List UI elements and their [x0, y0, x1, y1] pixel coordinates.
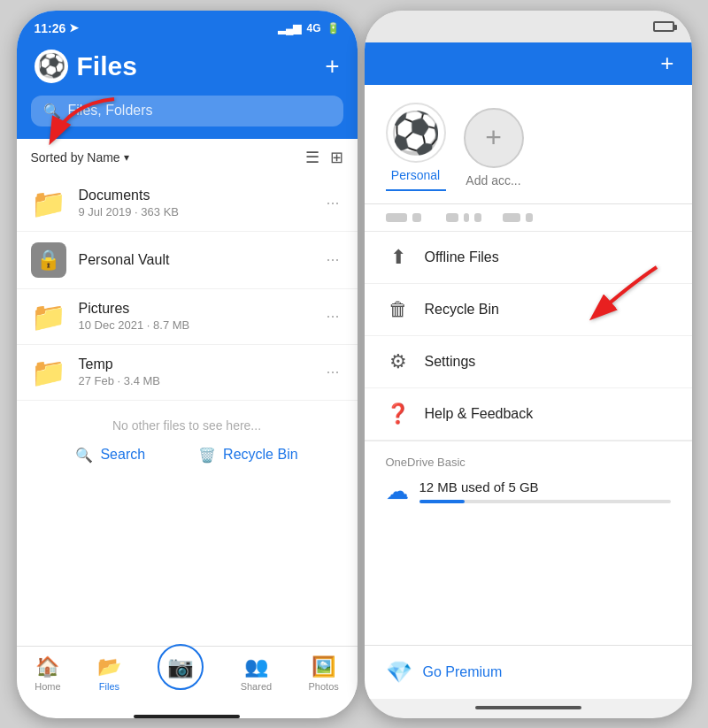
battery-indicator [653, 21, 674, 32]
active-indicator [386, 189, 446, 191]
file-info: Documents 9 Jul 2019 · 363 KB [79, 188, 311, 218]
shared-icon: 👥 [244, 655, 268, 678]
add-account-button[interactable]: + Add acc... [464, 108, 524, 188]
nav-shared-label: Shared [241, 681, 272, 692]
storage-usage-text: 12 MB used of 5 GB [419, 479, 671, 494]
header-left: ⚽ Files + [17, 41, 358, 96]
recycle-bin-menu-item[interactable]: 🗑 Recycle Bin [365, 284, 692, 336]
file-meta: 10 Dec 2021 · 8.7 MB [79, 318, 311, 332]
redacted-block [526, 213, 533, 222]
file-name: Personal Vault [79, 252, 311, 268]
page-title: Files [77, 51, 137, 81]
offline-files-label: Offline Files [425, 249, 499, 265]
account-label: Personal [391, 168, 440, 182]
home-indicator-right [475, 706, 581, 709]
bottom-actions: 🔍 Search 🗑️ Recycle Bin [17, 447, 358, 481]
network-type: 4G [306, 22, 320, 34]
help-icon: ❓ [386, 402, 411, 425]
nav-camera[interactable]: 📷 [158, 656, 204, 690]
camera-icon: 📷 [167, 655, 194, 679]
go-premium-label: Go Premium [423, 664, 503, 680]
list-item[interactable]: 📁 Documents 9 Jul 2019 · 363 KB ··· [17, 176, 358, 232]
sort-icons: ☰ ⊞ [305, 148, 343, 167]
home-indicator [134, 715, 240, 718]
file-info: Personal Vault [79, 252, 311, 268]
avatar: ⚽ [386, 103, 446, 163]
search-action-button[interactable]: 🔍 Search [75, 447, 145, 464]
recycle-action-icon: 🗑️ [198, 447, 216, 464]
nav-shared[interactable]: 👥 Shared [241, 655, 272, 692]
personal-account[interactable]: ⚽ Personal [386, 103, 446, 191]
list-view-icon[interactable]: ☰ [305, 148, 319, 167]
file-meta: 9 Jul 2019 · 363 KB [79, 205, 311, 218]
settings-menu-item[interactable]: ⚙ Settings [365, 336, 692, 388]
help-menu-item[interactable]: ❓ Help & Feedback [365, 388, 692, 441]
offline-files-icon: ⬆ [386, 246, 411, 269]
time-display: 11:26 [35, 21, 66, 35]
nav-files[interactable]: 📂 Files [97, 655, 121, 692]
storage-bar-fill [419, 500, 465, 503]
add-account-label: Add acc... [466, 173, 520, 188]
add-account-icon: + [464, 108, 524, 168]
cloud-icon: ☁ [386, 478, 409, 505]
nav-files-label: Files [99, 681, 119, 692]
redacted-block [412, 213, 421, 222]
list-item[interactable]: 📁 Temp 27 Feb · 3.4 MB ··· [17, 345, 358, 401]
folder-icon: 📁 [31, 300, 66, 333]
go-premium-section[interactable]: 💎 Go Premium [365, 645, 692, 699]
storage-info: 12 MB used of 5 GB [419, 479, 671, 503]
more-icon[interactable]: ··· [322, 190, 342, 216]
file-info: Temp 27 Feb · 3.4 MB [79, 356, 311, 387]
status-bar-right [365, 11, 692, 42]
nav-photos-label: Photos [309, 681, 339, 692]
annotation-arrow-left [43, 90, 123, 156]
nav-photos[interactable]: 🖼️ Photos [309, 655, 339, 692]
file-name: Temp [79, 356, 311, 372]
location-icon: ➤ [69, 21, 79, 34]
account-section: ⚽ Personal + Add acc... [365, 85, 692, 204]
file-name: Documents [79, 188, 311, 203]
nav-home-label: Home [35, 681, 60, 692]
right-panel: + ⚽ Personal + Add acc... [365, 11, 692, 718]
more-icon[interactable]: ··· [322, 247, 342, 272]
files-icon: 📂 [97, 655, 121, 678]
more-icon[interactable]: ··· [322, 359, 342, 385]
panel-add-button[interactable]: + [660, 50, 673, 77]
offline-files-menu-item[interactable]: ⬆ Offline Files [365, 232, 692, 284]
folder-icon: 📁 [31, 356, 66, 389]
grid-view-icon[interactable]: ⊞ [330, 148, 343, 167]
storage-bar-background [419, 500, 671, 503]
status-bar-left: 11:26 ➤ ▂▄▆ 4G 🔋 [17, 11, 358, 41]
nav-home[interactable]: 🏠 Home [35, 655, 60, 692]
recycle-action-button[interactable]: 🗑️ Recycle Bin [198, 447, 297, 464]
redacted-info-row [365, 204, 692, 232]
redacted-block [503, 213, 520, 222]
file-info: Pictures 10 Dec 2021 · 8.7 MB [79, 301, 311, 332]
app-logo[interactable]: ⚽ [35, 50, 68, 83]
redacted-block [446, 213, 458, 222]
left-phone: 11:26 ➤ ▂▄▆ 4G 🔋 ⚽ Files + [17, 11, 358, 718]
list-item[interactable]: 📁 Pictures 10 Dec 2021 · 8.7 MB ··· [17, 289, 358, 345]
panel-header: + [365, 42, 692, 85]
redacted-block [474, 213, 481, 222]
add-button[interactable]: + [325, 52, 339, 80]
file-name: Pictures [79, 301, 311, 317]
signal-bars: ▂▄▆ [278, 22, 302, 34]
recycle-bin-icon: 🗑 [386, 298, 411, 321]
redacted-block [386, 213, 407, 222]
no-more-label: No other files to see here... [17, 401, 358, 447]
settings-icon: ⚙ [386, 350, 411, 373]
file-list: 📁 Documents 9 Jul 2019 · 363 KB ··· 🔒 Pe… [17, 176, 358, 646]
battery-icon: 🔋 [327, 22, 340, 34]
help-label: Help & Feedback [425, 406, 534, 422]
search-action-icon: 🔍 [75, 447, 93, 464]
settings-label: Settings [425, 354, 476, 370]
folder-icon: 📁 [31, 187, 66, 220]
list-item[interactable]: 🔒 Personal Vault ··· [17, 232, 358, 289]
recycle-bin-label: Recycle Bin [425, 302, 499, 318]
storage-section: OneDrive Basic ☁ 12 MB used of 5 GB [365, 441, 692, 519]
more-icon[interactable]: ··· [322, 303, 342, 329]
plan-name: OneDrive Basic [386, 456, 671, 469]
photos-icon: 🖼️ [312, 655, 335, 678]
camera-tab[interactable]: 📷 [158, 644, 204, 690]
